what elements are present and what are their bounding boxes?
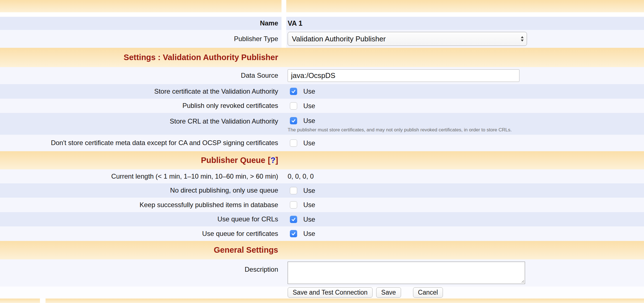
data-source-label: Data Source <box>241 72 278 80</box>
keep-published-items-row: Keep successfully published items in dat… <box>0 198 644 212</box>
settings-section-title: Settings : Validation Authority Publishe… <box>124 53 278 62</box>
use-queue-crls-row: Use queue for CRLs Use <box>0 212 644 226</box>
dont-store-meta-use-label: Use <box>303 139 315 147</box>
help-bracket-open: [ <box>268 156 271 165</box>
select-stepper-icon <box>520 35 524 42</box>
publisher-queue-title-text: Publisher Queue <box>201 156 265 165</box>
check-icon <box>291 217 296 222</box>
store-crl-note: The publisher must store certificates, a… <box>288 127 644 133</box>
publisher-type-select[interactable]: Validation Authority Publisher <box>288 32 527 46</box>
no-direct-publishing-checkbox[interactable] <box>290 187 297 194</box>
top-spacer-right <box>286 0 644 12</box>
bottom-column-gap <box>40 299 46 303</box>
name-row: Name VA 1 <box>0 17 644 30</box>
no-direct-publishing-row: No direct publishing, only use queue Use <box>0 183 644 198</box>
use-queue-certificates-row: Use queue for certificates Use <box>0 226 644 241</box>
publisher-type-label: Publisher Type <box>234 35 278 43</box>
column-gap <box>282 0 286 12</box>
use-queue-crls-label: Use queue for CRLs <box>218 215 278 223</box>
name-value: VA 1 <box>288 19 302 27</box>
save-and-test-connection-button[interactable]: Save and Test Connection <box>288 287 373 298</box>
publisher-queue-header-row: Publisher Queue[?] <box>0 151 644 169</box>
publisher-queue-help-link[interactable]: ? <box>271 156 276 165</box>
store-certificate-label: Store certificate at the Validation Auth… <box>154 87 278 96</box>
publish-only-revoked-use-label: Use <box>303 102 315 110</box>
dont-store-meta-label: Don't store certificate meta data except… <box>51 139 278 147</box>
queue-length-label: Current length (< 1 min, 1–10 min, 10–60… <box>111 172 278 181</box>
publish-only-revoked-checkbox[interactable] <box>290 102 297 110</box>
data-source-row: Data Source <box>0 67 644 84</box>
bottom-section-row <box>0 299 644 303</box>
dont-store-meta-checkbox[interactable] <box>290 139 297 147</box>
use-queue-crls-checkbox[interactable] <box>290 216 297 223</box>
store-crl-label: Store CRL at the Validation Authority <box>170 117 278 126</box>
store-crl-checkbox[interactable] <box>290 117 297 124</box>
store-certificate-use-label: Use <box>303 87 315 95</box>
check-icon <box>291 118 296 123</box>
store-crl-use-label: Use <box>303 117 315 125</box>
settings-section-header-row: Settings : Validation Authority Publishe… <box>0 48 644 67</box>
queue-length-row: Current length (< 1 min, 1–10 min, 10–60… <box>0 169 644 183</box>
general-settings-header-row: General Settings <box>0 241 644 259</box>
publisher-type-selected-option: Validation Authority Publisher <box>292 35 386 43</box>
help-bracket-close: ] <box>275 156 278 165</box>
check-icon <box>291 231 296 236</box>
queue-length-value: 0, 0, 0, 0 <box>288 172 314 180</box>
dont-store-meta-row: Don't store certificate meta data except… <box>0 135 644 151</box>
top-spacer-row <box>0 0 644 12</box>
publisher-queue-section-title: Publisher Queue[?] <box>201 156 278 165</box>
form-actions-row: Save and Test Connection Save Cancel <box>0 287 644 299</box>
white-spacer-row <box>0 12 644 17</box>
column-gap <box>282 30 286 48</box>
description-label: Description <box>245 266 278 274</box>
save-button[interactable]: Save <box>376 287 401 298</box>
description-row: Description <box>0 259 644 287</box>
publisher-type-row: Publisher Type Validation Authority Publ… <box>0 30 644 48</box>
description-textarea[interactable] <box>288 262 525 284</box>
use-queue-certificates-label: Use queue for certificates <box>202 230 278 238</box>
publish-only-revoked-label: Publish only revoked certificates <box>182 102 278 110</box>
use-queue-certificates-checkbox[interactable] <box>290 230 297 237</box>
top-spacer-left <box>0 0 282 12</box>
store-certificate-row: Store certificate at the Validation Auth… <box>0 84 644 99</box>
store-certificate-checkbox[interactable] <box>290 88 297 95</box>
general-settings-section-title: General Settings <box>214 246 278 255</box>
use-queue-crls-use-label: Use <box>303 216 315 223</box>
no-direct-publishing-use-label: Use <box>303 187 315 195</box>
store-crl-row: Store CRL at the Validation Authority Us… <box>0 113 644 135</box>
data-source-input[interactable] <box>288 69 519 82</box>
cancel-button[interactable]: Cancel <box>413 287 443 298</box>
publish-only-revoked-row: Publish only revoked certificates Use <box>0 99 644 113</box>
no-direct-publishing-label: No direct publishing, only use queue <box>170 186 278 195</box>
use-queue-certificates-use-label: Use <box>303 230 315 238</box>
keep-published-items-checkbox[interactable] <box>290 201 297 209</box>
keep-published-items-use-label: Use <box>303 201 315 209</box>
edit-publisher-page: Name VA 1 Publisher Type Validation Auth… <box>0 0 644 303</box>
keep-published-items-label: Keep successfully published items in dat… <box>140 201 278 209</box>
check-icon <box>291 89 296 94</box>
name-label: Name <box>260 19 278 27</box>
column-gap <box>282 17 286 30</box>
